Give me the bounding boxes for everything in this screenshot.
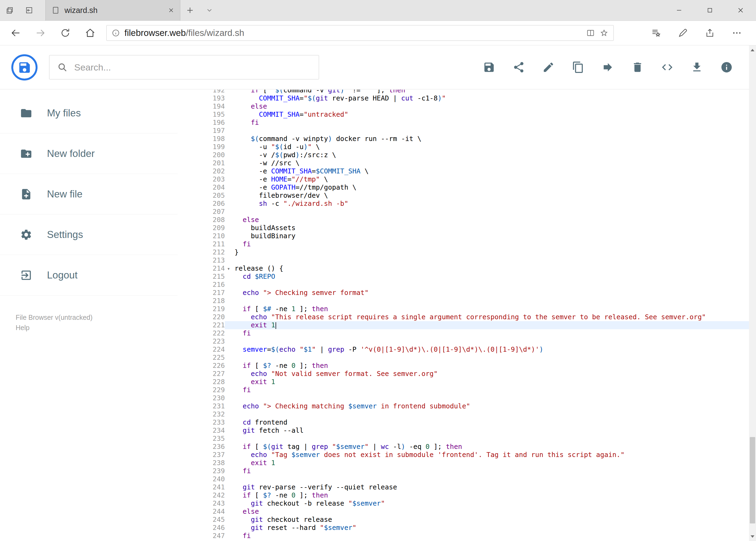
home-button[interactable] (78, 23, 103, 43)
code-line[interactable]: 242 if [ $? -ne 0 ]; then (177, 491, 749, 499)
new-tab-button[interactable] (180, 0, 200, 21)
tab-preview-toggle[interactable] (200, 0, 219, 21)
code-line[interactable]: 216 (177, 280, 749, 289)
code-line[interactable]: 225 (177, 353, 749, 362)
code-line[interactable]: 244 else (177, 507, 749, 516)
code-line[interactable]: 247 fi (177, 532, 749, 540)
add-favorite-star-icon[interactable] (600, 28, 609, 38)
code-line[interactable]: 246 git reset --hard "$semver" (177, 524, 749, 532)
delete-button[interactable] (631, 61, 644, 74)
code-line[interactable]: 197 (177, 127, 749, 135)
address-bar[interactable]: filebrowser.web/files/wizard.sh (106, 25, 614, 41)
share-button[interactable] (513, 61, 525, 74)
code-line[interactable]: 204 -e GOPATH=//tmp/gopath \ (177, 184, 749, 192)
code-line[interactable]: 209 buildAssets (177, 224, 749, 232)
code-line[interactable]: 232 (177, 410, 749, 418)
web-note-button[interactable] (671, 23, 694, 43)
code-line[interactable]: 195 COMMIT_SHA="untracked" (177, 111, 749, 119)
save-button[interactable] (483, 61, 495, 74)
code-line[interactable]: 207 (177, 208, 749, 216)
code-line[interactable]: 219 if [ $# -ne 1 ]; then (177, 305, 749, 313)
code-line[interactable]: 203 -e HOME="//tmp" \ (177, 175, 749, 184)
refresh-button[interactable] (53, 23, 78, 43)
code-line[interactable]: 223 (177, 337, 749, 345)
code-line[interactable]: 202 -e COMMIT_SHA=$COMMIT_SHA \ (177, 167, 749, 175)
set-tabs-aside-button[interactable] (19, 0, 39, 21)
sidebar-item-new-folder[interactable]: New folder (0, 134, 177, 174)
close-button[interactable] (725, 0, 756, 21)
code-line[interactable]: 196 fi (177, 119, 749, 127)
search-box[interactable] (49, 55, 319, 79)
code-line[interactable]: 193 COMMIT_SHA="$(git rev-parse HEAD | c… (177, 94, 749, 102)
code-line[interactable]: 235 (177, 435, 749, 443)
code-line[interactable]: 220 echo "This release script requires a… (177, 313, 749, 321)
code-line[interactable]: 243 git checkout -b release "$semver" (177, 499, 749, 507)
code-line[interactable]: 233 cd frontend (177, 418, 749, 426)
code-line[interactable]: 231 echo "> Checking matching $semver in… (177, 402, 749, 410)
hub-favorites-button[interactable] (644, 23, 667, 43)
code-line[interactable]: 192 if [ "$(command -v git)" != "" ]; th… (177, 90, 749, 94)
rename-button[interactable] (542, 61, 555, 74)
code-line[interactable]: 234 git fetch --all (177, 426, 749, 435)
code-line[interactable]: 208 else (177, 216, 749, 224)
code-line[interactable]: 239 fi (177, 467, 749, 475)
code-line[interactable]: 224 semver=$(echo "$1" | grep -P '^v(0|[… (177, 345, 749, 353)
scroll-up-button[interactable] (749, 45, 756, 55)
code-line[interactable]: 205 filebrowser/dev \ (177, 192, 749, 200)
code-line[interactable]: 229 fi (177, 386, 749, 394)
more-options-button[interactable] (725, 23, 748, 43)
code-line[interactable]: 228 exit 1 (177, 378, 749, 386)
sidebar-item-settings[interactable]: Settings (0, 215, 177, 255)
code-line[interactable]: 241 git rev-parse --verify --quiet relea… (177, 483, 749, 491)
page-info-icon[interactable] (112, 29, 120, 37)
share-page-button[interactable] (698, 23, 721, 43)
code-line[interactable]: 240 (177, 475, 749, 483)
code-line[interactable]: 215 cd $REPO (177, 272, 749, 280)
code-line[interactable]: 212} (177, 248, 749, 256)
code-line[interactable]: 230 (177, 394, 749, 402)
code-line[interactable]: 222 fi (177, 329, 749, 337)
code-line[interactable]: 238 exit 1 (177, 459, 749, 467)
sidebar-item-my-files[interactable]: My files (0, 93, 177, 134)
sidebar-item-new-file[interactable]: New file (0, 174, 177, 215)
page-scrollbar[interactable] (749, 45, 756, 541)
code-editor[interactable]: 192 if [ "$(command -v git)" != "" ]; th… (177, 90, 749, 541)
code-line[interactable]: 194 else (177, 102, 749, 111)
info-button[interactable] (720, 61, 733, 74)
forward-button[interactable] (28, 23, 53, 43)
code-line[interactable]: 199 -u "$(id -u)" \ (177, 143, 749, 151)
code-line[interactable]: 200 -v /$(pwd):/src:z \ (177, 151, 749, 159)
code-line[interactable]: 226 if [ $? -ne 0 ]; then (177, 362, 749, 370)
minimize-button[interactable] (664, 0, 694, 21)
maximize-button[interactable] (694, 0, 725, 21)
code-line[interactable]: 227 echo "Not valid semver format. See s… (177, 370, 749, 378)
move-button[interactable] (602, 61, 614, 74)
code-line[interactable]: 210 buildBinary (177, 232, 749, 240)
reading-view-icon[interactable] (586, 28, 595, 38)
code-line[interactable]: 217 echo "> Checking semver format" (177, 289, 749, 297)
fold-arrow-icon[interactable]: ▾ (225, 265, 232, 272)
copy-button[interactable] (572, 61, 584, 74)
search-input[interactable] (74, 62, 311, 73)
code-line[interactable]: 218 (177, 297, 749, 305)
code-line[interactable]: 221 exit 1 (177, 321, 749, 329)
download-button[interactable] (691, 61, 703, 74)
code-line[interactable]: 214▾release () { (177, 265, 749, 272)
tab-close-icon[interactable] (168, 7, 174, 13)
browser-tab[interactable]: wizard.sh (45, 0, 180, 21)
code-line[interactable]: 206 sh -c "./wizard.sh -b" (177, 200, 749, 208)
code-line[interactable]: 201 -w //src \ (177, 159, 749, 167)
code-line[interactable]: 237 echo "Tag $semver does not exist in … (177, 451, 749, 459)
help-link[interactable]: Help (16, 322, 177, 333)
scroll-down-button[interactable] (749, 532, 756, 541)
code-line[interactable]: 245 git checkout release (177, 516, 749, 524)
raw-code-button[interactable] (661, 61, 673, 74)
code-line[interactable]: 236 if [ $(git tag | grep "$semver" | wc… (177, 443, 749, 451)
code-line[interactable]: 211 fi (177, 240, 749, 248)
back-button[interactable] (3, 23, 28, 43)
sidebar-item-logout[interactable]: Logout (0, 255, 177, 295)
code-line[interactable]: 213 (177, 256, 749, 265)
scrollbar-thumb[interactable] (750, 437, 755, 523)
code-line[interactable]: 198 $(command -v winpty) docker run --rm… (177, 135, 749, 143)
tabs-aside-list-button[interactable] (0, 0, 19, 21)
